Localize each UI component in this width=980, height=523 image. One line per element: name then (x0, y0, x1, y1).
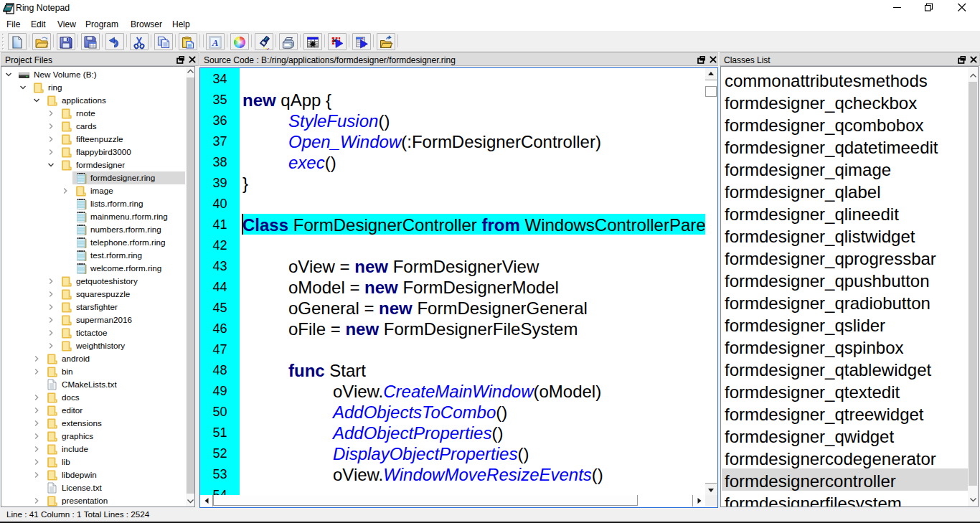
svg-text:A: A (212, 37, 219, 48)
